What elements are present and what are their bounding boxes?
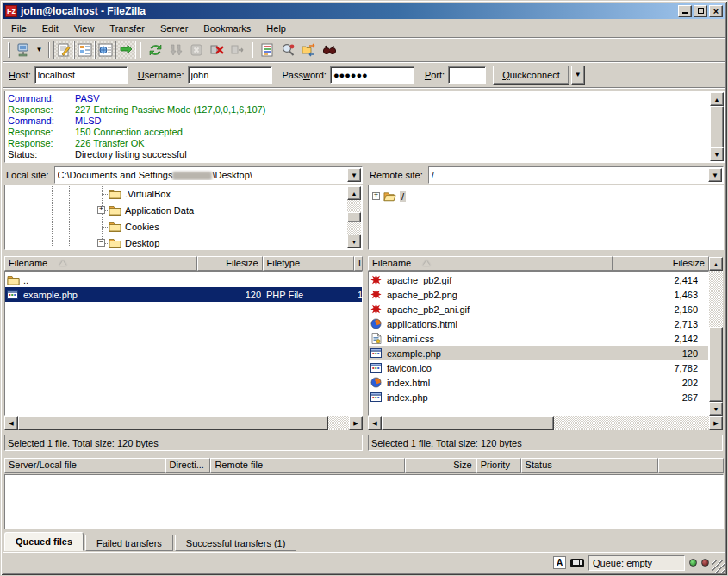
directory-filters-icon[interactable] (257, 41, 277, 59)
local-site-combobox[interactable]: C:\Documents and Settings\Desktop\ ▼ (54, 166, 363, 184)
remote-scroll-left-icon[interactable]: ◀ (368, 416, 382, 430)
site-manager-icon[interactable] (13, 41, 34, 59)
menu-view[interactable]: View (66, 22, 103, 35)
remote-file-row[interactable]: example.php120 (369, 346, 708, 360)
queue-column-status[interactable]: Status (521, 458, 659, 473)
log-scroll-up-icon[interactable]: ▲ (710, 92, 724, 106)
menu-server[interactable]: Server (152, 22, 196, 35)
remote-scroll-up-icon[interactable]: ▲ (709, 257, 723, 271)
quickconnect-button[interactable]: Quickconnect (493, 66, 569, 85)
local-file-list[interactable]: ..example.php120PHP File1 (4, 271, 363, 416)
menu-transfer[interactable]: Transfer (102, 22, 152, 35)
local-scroll-right-icon[interactable]: ▶ (349, 416, 363, 430)
remote-file-row[interactable]: index.html202 (369, 375, 708, 390)
column-header-filesize[interactable]: Filesize (613, 256, 709, 271)
menu-file[interactable]: File (3, 22, 34, 35)
window-title: john@localhost - FileZilla (21, 5, 678, 17)
quickconnect-dropdown-icon[interactable]: ▼ (571, 66, 585, 85)
remote-file-row[interactable]: applications.html2,713 (369, 316, 708, 331)
toggle-message-log-icon[interactable] (53, 41, 74, 59)
local-scroll-left-icon[interactable]: ◀ (4, 416, 18, 430)
log-scroll-down-icon[interactable]: ▼ (710, 147, 724, 161)
local-tree-scroll-thumb[interactable] (347, 212, 361, 222)
find-files-icon[interactable] (319, 41, 339, 59)
column-header-filename[interactable]: Filename (368, 256, 613, 271)
resize-grip[interactable] (712, 560, 725, 573)
remote-file-row[interactable]: apache_pb2_ani.gif2,160 (369, 302, 708, 316)
queue-column-size[interactable]: Size (405, 458, 476, 473)
password-input[interactable] (330, 66, 414, 84)
toggle-transfer-queue-icon[interactable] (115, 41, 136, 59)
host-input[interactable] (34, 66, 128, 84)
column-header-filesize[interactable]: Filesize (197, 256, 263, 271)
close-button[interactable]: × (709, 5, 723, 17)
local-file-row[interactable]: .. (5, 272, 362, 287)
host-label: Host: (9, 70, 31, 80)
menu-help[interactable]: Help (258, 22, 294, 35)
queue-body[interactable] (4, 474, 724, 529)
column-header-l[interactable]: L (354, 256, 363, 271)
column-header-filename[interactable]: Filename (4, 256, 197, 271)
directory-comparison-icon[interactable] (277, 41, 298, 59)
queue-column-directi-[interactable]: Directi... (165, 458, 211, 473)
tree-item-desktop[interactable]: −Desktop (97, 235, 159, 248)
maximize-button[interactable] (694, 5, 707, 17)
remote-site-row: Remote site: / ▼ (368, 166, 724, 184)
remote-hscrollbar[interactable]: ◀ ▶ (368, 416, 723, 431)
remote-file-row[interactable]: favicon.ico7,782 (369, 360, 708, 375)
refresh-icon[interactable] (145, 41, 165, 59)
remote-file-row[interactable]: index.php267 (369, 390, 708, 404)
toggle-local-tree-icon[interactable] (74, 41, 95, 59)
username-input[interactable] (188, 66, 272, 84)
php-file-icon (7, 289, 21, 300)
expand-icon[interactable]: + (372, 192, 380, 200)
tab-queued-files[interactable]: Queued files (4, 532, 84, 551)
remote-scroll-down-icon[interactable]: ▼ (709, 402, 723, 416)
tab-failed-transfers[interactable]: Failed transfers (85, 535, 173, 551)
local-site-dropdown-icon[interactable]: ▼ (347, 168, 361, 182)
local-tree-scroll-down-icon[interactable]: ▼ (347, 235, 361, 248)
tree-item-cookies[interactable]: Cookies (97, 218, 159, 235)
minimize-button[interactable] (678, 5, 692, 17)
menu-bookmarks[interactable]: Bookmarks (196, 22, 258, 35)
remote-directory-tree[interactable]: + / (368, 185, 724, 250)
column-header-filetype[interactable]: Filetype (263, 256, 354, 271)
local-tree-scroll-up-icon[interactable]: ▲ (347, 186, 361, 200)
remote-file-list[interactable]: apache_pb2.gif2,414apache_pb2.png1,463ap… (368, 271, 709, 416)
queue-column-server-local-file[interactable]: Server/Local file (4, 458, 165, 473)
process-queue-icon (165, 41, 186, 59)
remote-root-label[interactable]: / (400, 191, 406, 202)
synchronized-browsing-icon[interactable] (298, 41, 319, 59)
open-folder-icon (383, 191, 396, 202)
tab-successful-transfers-1-[interactable]: Successful transfers (1) (175, 535, 297, 551)
remote-file-row[interactable]: apache_pb2.gif2,414 (369, 272, 708, 287)
remote-file-row[interactable]: apache_pb2.png1,463 (369, 287, 708, 302)
site-manager-dropdown-icon[interactable]: ▼ (34, 41, 45, 59)
remote-site-combobox[interactable]: / ▼ (428, 166, 724, 184)
expand-icon[interactable]: + (97, 206, 105, 214)
remote-vscroll-thumb[interactable] (709, 327, 723, 402)
titlebar: Fz john@localhost - FileZilla × (3, 3, 725, 19)
local-file-row[interactable]: example.php120PHP File1 (5, 287, 362, 302)
local-hscroll-thumb[interactable] (18, 416, 328, 430)
queue-column-priority[interactable]: Priority (476, 458, 521, 473)
toggle-remote-tree-icon[interactable] (95, 41, 115, 59)
local-directory-tree[interactable]: .VirtualBox+Application DataCookies−Desk… (4, 185, 363, 250)
disconnect-icon[interactable] (207, 41, 227, 59)
menu-edit[interactable]: Edit (34, 22, 66, 35)
log-scroll-thumb[interactable] (710, 106, 724, 149)
image-file-icon (370, 289, 384, 300)
remote-hscroll-thumb[interactable] (382, 416, 554, 430)
sort-ascending-icon (59, 260, 66, 266)
remote-scroll-right-icon[interactable]: ▶ (709, 416, 723, 430)
tree-item-application-data[interactable]: +Application Data (97, 202, 194, 218)
queue-column-blank[interactable] (658, 458, 724, 473)
queue-column-remote-file[interactable]: Remote file (210, 458, 404, 473)
local-hscrollbar[interactable]: ◀ ▶ (4, 416, 363, 431)
collapse-icon[interactable]: − (97, 239, 105, 247)
port-input[interactable] (448, 66, 486, 84)
remote-file-row[interactable]: bitnami.css2,142 (369, 331, 708, 346)
tree-item--virtualbox[interactable]: .VirtualBox (97, 186, 171, 202)
log-line: Response:227 Entering Passive Mode (127,… (8, 104, 710, 116)
remote-site-dropdown-icon[interactable]: ▼ (708, 168, 722, 182)
